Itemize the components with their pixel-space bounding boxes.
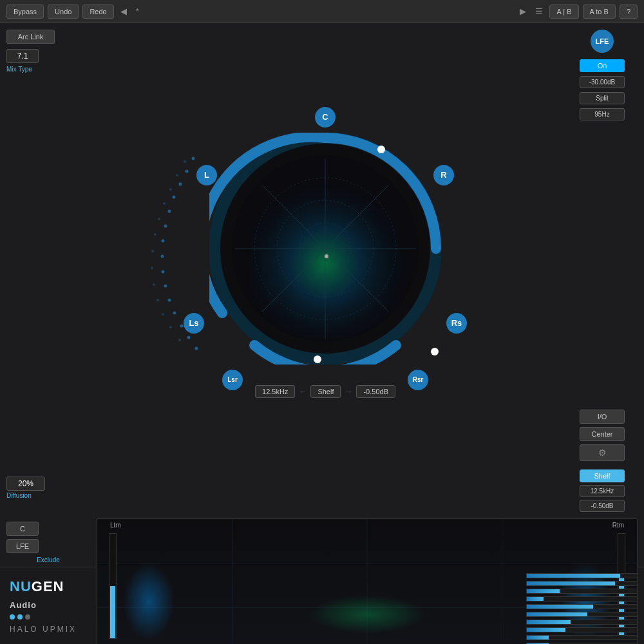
meter-bar-fill-l: [527, 574, 620, 578]
svg-point-31: [176, 174, 178, 176]
radar-container: C L R Ls Rs Lsr Rsr: [84, 23, 567, 512]
speaker-C[interactable]: C: [315, 107, 336, 128]
svg-point-22: [161, 254, 164, 258]
vis-left-meter: [109, 533, 117, 639]
meter-bar-container-rs: [526, 612, 638, 617]
eq-gain[interactable]: -0.50dB: [356, 385, 395, 398]
eq-freq[interactable]: 12.5kHz: [255, 385, 295, 398]
meter-bar-fill-r: [527, 582, 615, 585]
svg-point-4: [314, 355, 321, 363]
redo-button[interactable]: Redo: [82, 5, 113, 19]
mix-type-value[interactable]: 7.1: [6, 49, 39, 63]
speaker-Ls[interactable]: Ls: [184, 313, 204, 334]
svg-point-29: [195, 346, 198, 350]
meter-bar-fill-c: [527, 589, 560, 593]
speaker-Rsr[interactable]: Rsr: [408, 370, 428, 390]
svg-point-20: [164, 224, 167, 227]
meter-row: Lsr: [509, 619, 638, 625]
meter-row: Rs: [509, 611, 638, 618]
lfe-on-button[interactable]: On: [580, 59, 625, 72]
radar-wrapper: C L R Ls Rs Lsr Rsr: [177, 100, 473, 435]
bypass-button[interactable]: Bypass: [6, 5, 44, 19]
meter-bar-container-ls: [526, 604, 638, 609]
meter-row: Rsr: [509, 627, 638, 633]
meter-row: C: [509, 588, 638, 594]
right-panel: LFE On -30.00dB Split 95Hz I/O Center ⚙ …: [567, 30, 638, 512]
center-button[interactable]: Center: [580, 427, 625, 441]
meter-row: Ltm: [509, 634, 638, 641]
diffusion-value[interactable]: 20%: [6, 477, 45, 491]
svg-point-40: [162, 313, 164, 316]
help-button[interactable]: ?: [620, 5, 638, 19]
meter-bar-fill-rsr: [527, 628, 565, 632]
ab-button[interactable]: A | B: [549, 5, 578, 19]
svg-point-23: [162, 270, 165, 273]
eq-bar: 12.5kHz ← Shelf → -0.50dB: [255, 380, 395, 403]
speaker-R[interactable]: R: [433, 165, 454, 185]
exclude-buttons: C LFE Exclude: [6, 522, 90, 564]
left-panel: Arc Link 7.1 Mix Type 20% Diffusion: [6, 30, 84, 512]
shelf-freq-value[interactable]: 12.5kHz: [580, 485, 625, 497]
arc-link-button[interactable]: Arc Link: [6, 30, 55, 44]
radar-display: [209, 133, 441, 365]
shelf-button[interactable]: Shelf: [580, 469, 625, 482]
svg-point-37: [151, 267, 153, 269]
svg-point-18: [173, 195, 176, 198]
svg-point-24: [164, 284, 167, 287]
meter-row: L: [509, 573, 638, 579]
svg-point-39: [156, 299, 159, 301]
meter-bar-container-r: [526, 581, 638, 586]
svg-point-2: [377, 146, 385, 153]
svg-point-36: [151, 250, 154, 252]
lfe-split-button[interactable]: Split: [580, 92, 625, 104]
vis-rtm-label: Rtm: [612, 522, 624, 529]
meter-bar-container-lsr: [526, 620, 638, 625]
meter-bar-container-lfe: [526, 596, 638, 601]
gear-button[interactable]: ⚙: [580, 444, 625, 461]
svg-point-30: [184, 160, 186, 163]
meter-bar-fill-rs: [527, 612, 587, 616]
eq-arrow-right: →: [345, 387, 352, 396]
svg-point-27: [180, 324, 184, 327]
exclude-c-button[interactable]: C: [6, 522, 39, 536]
meter-bar-container-rsr: [526, 627, 638, 632]
svg-point-25: [168, 298, 171, 301]
list-icon[interactable]: ☰: [533, 5, 545, 17]
vis-ltm-label: Ltm: [110, 522, 121, 529]
svg-point-15: [192, 156, 195, 160]
shelf-gain-value[interactable]: -0.50dB: [580, 500, 625, 512]
meter-bar-container-c: [526, 589, 638, 594]
mix-type-label: Mix Type: [6, 66, 84, 73]
meter-row: LFE: [509, 596, 638, 602]
speaker-Lsr[interactable]: Lsr: [222, 370, 243, 390]
svg-point-21: [162, 239, 165, 242]
lfe-hz-value[interactable]: 95Hz: [580, 108, 625, 120]
svg-point-3: [431, 348, 439, 355]
meter-row: Ls: [509, 603, 638, 610]
toolbar: Bypass Undo Redo ◀ * ▶ ☰ A | B A to B ?: [0, 0, 644, 23]
svg-point-33: [163, 202, 166, 205]
speaker-Rs[interactable]: Rs: [446, 313, 467, 334]
svg-point-16: [185, 169, 189, 173]
meter-row: R: [509, 580, 638, 587]
eq-arrow-left: ←: [299, 387, 307, 396]
exclude-lfe-button[interactable]: LFE: [6, 539, 39, 553]
svg-point-14: [325, 254, 328, 258]
undo-button[interactable]: Undo: [48, 5, 79, 19]
meter-bar-fill-ls: [527, 605, 593, 609]
asterisk-icon: *: [133, 5, 142, 17]
speaker-L[interactable]: L: [196, 165, 217, 185]
svg-point-19: [168, 209, 171, 213]
eq-type[interactable]: Shelf: [310, 385, 341, 398]
exclude-label: Exclude: [6, 556, 90, 564]
svg-point-28: [187, 336, 191, 339]
atob-button[interactable]: A to B: [583, 5, 616, 19]
svg-point-35: [154, 233, 156, 236]
lfe-db-value[interactable]: -30.00dB: [580, 76, 625, 88]
play-icon[interactable]: ▶: [517, 5, 529, 17]
io-button[interactable]: I/O: [580, 410, 625, 424]
svg-point-34: [158, 218, 160, 220]
meter-bar-container-l: [526, 573, 638, 578]
vis-left-meter-fill: [110, 586, 115, 638]
back-icon[interactable]: ◀: [118, 5, 129, 17]
